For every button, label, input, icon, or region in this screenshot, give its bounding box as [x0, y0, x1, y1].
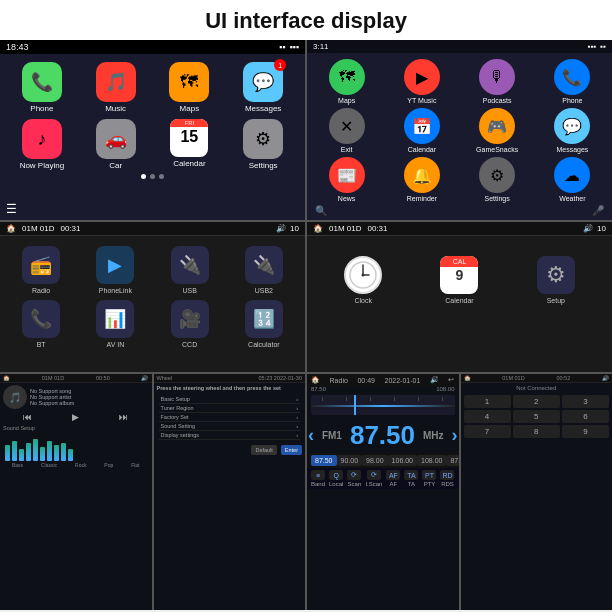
- preset-3[interactable]: 98.00: [362, 455, 388, 466]
- af-icon: AF: [386, 470, 400, 480]
- enter-button[interactable]: Enter: [281, 445, 302, 455]
- eq-label-pop: Pop: [104, 462, 113, 468]
- radio-btn-pty[interactable]: PT PTY: [422, 470, 436, 487]
- radio-btn-ta[interactable]: TA TA: [404, 470, 418, 487]
- iscan-icon: ⟳: [367, 470, 381, 480]
- preset-6[interactable]: 87.50: [446, 455, 458, 466]
- carplay-app-nowplaying[interactable]: ♪ Now Playing: [8, 119, 76, 170]
- carplay-app-settings[interactable]: ⚙ Settings: [229, 119, 297, 170]
- hu-app-radio[interactable]: 📻 Radio: [6, 246, 76, 294]
- android-app-phone[interactable]: 📞 Phone: [537, 59, 608, 104]
- preset-4[interactable]: 106.00: [388, 455, 417, 466]
- preset-5[interactable]: 108.00: [417, 455, 446, 466]
- numpad-1[interactable]: 1: [464, 395, 511, 408]
- carplay-signal-icon: ▪▪▪: [289, 42, 299, 52]
- radio-prev-button[interactable]: ‹: [308, 425, 314, 446]
- numpad-8[interactable]: 8: [513, 425, 560, 438]
- hu-home-icon[interactable]: 🏠: [6, 224, 16, 233]
- settings-item-display[interactable]: Display settings ›: [159, 431, 301, 440]
- screenshot-grid: 18:43 ▪▪ ▪▪▪ 📞 Phone 🎵 Music 🗺 Maps: [0, 40, 612, 610]
- settings-item-basic[interactable]: Basic Setup ›: [159, 395, 301, 404]
- radio-next-button[interactable]: ›: [452, 425, 458, 446]
- radio-btn-band[interactable]: ≡ Band: [311, 470, 325, 487]
- carplay-app-maps[interactable]: 🗺 Maps: [156, 62, 224, 113]
- hu-app-setup[interactable]: ⚙ Setup: [510, 256, 602, 304]
- android-app-maps[interactable]: 🗺 Maps: [311, 59, 382, 104]
- default-button[interactable]: Default: [251, 445, 276, 455]
- numpad-7[interactable]: 7: [464, 425, 511, 438]
- panel-hu-clock: 🏠 01M 01D 00:31 🔊 10 Clock: [307, 222, 612, 372]
- hu-app-avin[interactable]: 📊 AV IN: [80, 300, 150, 348]
- nowplaying-icon: ♪: [22, 119, 62, 159]
- eq-bar-5: [33, 439, 38, 461]
- carplay-wifi-icon: ▪▪: [279, 42, 285, 52]
- hu-app-bt[interactable]: 📞 BT: [6, 300, 76, 348]
- radio-btn-iscan[interactable]: ⟳ I.Scan: [365, 470, 382, 487]
- hu-app-calendar-2[interactable]: CAL 9 Calendar: [413, 256, 505, 304]
- hu-usb2-icon: 🔌: [245, 246, 283, 284]
- af-label: AF: [390, 481, 398, 487]
- hu-clock-home-icon[interactable]: 🏠: [313, 224, 323, 233]
- hu-app-ccd[interactable]: 🎥 CCD: [155, 300, 225, 348]
- radio-btn-af[interactable]: AF AF: [386, 470, 400, 487]
- hu-main-app-grid: 📻 Radio ▶ PhoneLink 🔌 USB 🔌 USB2: [0, 236, 305, 300]
- carplay-maps-label: Maps: [180, 104, 200, 113]
- radio-btn-rds[interactable]: RD RDS: [440, 470, 454, 487]
- carplay-app-car[interactable]: 🚗 Car: [82, 119, 150, 170]
- car-label: Car: [109, 161, 122, 170]
- android-app-calendar[interactable]: 📅 Calendar: [386, 108, 457, 153]
- panel-hu-main: 🏠 01M 01D 00:31 🔊 10 📻 Radio ▶ PhoneLink…: [0, 222, 305, 372]
- radio-ticks: [311, 397, 455, 401]
- android-app-exit[interactable]: ✕ Exit: [311, 108, 382, 153]
- radio-home-icon[interactable]: 🏠: [311, 376, 320, 384]
- radio-back-icon[interactable]: ↩: [448, 376, 454, 384]
- hu-app-phonelink[interactable]: ▶ PhoneLink: [80, 246, 150, 294]
- eq-label-flat: Flat: [131, 462, 139, 468]
- android-app-weather[interactable]: ☁ Weather: [537, 157, 608, 202]
- android-app-ytmusic[interactable]: ▶ YT Music: [386, 59, 457, 104]
- hu-app-calculator[interactable]: 🔢 Calculator: [229, 300, 299, 348]
- hu-app-usb2[interactable]: 🔌 USB2: [229, 246, 299, 294]
- numpad-4[interactable]: 4: [464, 410, 511, 423]
- numpad-9[interactable]: 9: [562, 425, 609, 438]
- eq-label-classic: Classic: [41, 462, 57, 468]
- android-app-reminder[interactable]: 🔔 Reminder: [386, 157, 457, 202]
- preset-1[interactable]: 87.50: [311, 455, 337, 466]
- settings-item-tuner[interactable]: Tuner Region ›: [159, 404, 301, 413]
- android-app-messages[interactable]: 💬 Messages: [537, 108, 608, 153]
- carplay-app-calendar[interactable]: FRI 15 Calendar: [156, 119, 224, 170]
- android-app-settings[interactable]: ⚙ Settings: [462, 157, 533, 202]
- settings-item-sound[interactable]: Sound Setting ›: [159, 422, 301, 431]
- carplay-app-messages[interactable]: 💬 1 Messages: [229, 62, 297, 113]
- android-app-news[interactable]: 📰 News: [311, 157, 382, 202]
- maps-icon: 🗺: [169, 62, 209, 102]
- numpad-3[interactable]: 3: [562, 395, 609, 408]
- dot-1: [141, 174, 146, 179]
- play-button[interactable]: ▶: [72, 412, 79, 422]
- hu-app-usb[interactable]: 🔌 USB: [155, 246, 225, 294]
- bp-settings-body: Press the steering wheel and then press …: [154, 383, 306, 457]
- radio-btn-scan[interactable]: ⟳ Scan: [347, 470, 361, 487]
- numpad-6[interactable]: 6: [562, 410, 609, 423]
- android-app-gamesnacks[interactable]: 🎮 GameSnacks: [462, 108, 533, 153]
- numpad-5[interactable]: 5: [513, 410, 560, 423]
- android-app-podcasts[interactable]: 🎙 Podcasts: [462, 59, 533, 104]
- next-button[interactable]: ⏭: [119, 412, 128, 422]
- carplay-app-music[interactable]: 🎵 Music: [82, 62, 150, 113]
- numpad-2[interactable]: 2: [513, 395, 560, 408]
- settings-item-factory[interactable]: Factory Set ›: [159, 413, 301, 422]
- hu-app-clock[interactable]: Clock: [317, 256, 409, 304]
- radio-main-display: ‹ FM1 87.50 MHz ›: [307, 418, 459, 453]
- radio-btn-local[interactable]: Q Local: [329, 470, 343, 487]
- carplay-app-phone[interactable]: 📞 Phone: [8, 62, 76, 113]
- bottom-panel-settings: Wheel 05:23 2022-01-30 Press the steerin…: [154, 374, 306, 610]
- preset-2[interactable]: 90.00: [337, 455, 363, 466]
- hu-status-left: 🏠 01M 01D 00:31: [6, 224, 81, 233]
- page-title: UI interface display: [0, 0, 612, 40]
- hamburger-icon[interactable]: ☰: [6, 202, 17, 216]
- hu-clock-date: 01M 01D: [329, 224, 361, 233]
- radio-main-freq-value: 87.50: [350, 420, 415, 451]
- android-weather-icon: ☁: [554, 157, 590, 193]
- prev-button[interactable]: ⏮: [23, 412, 32, 422]
- android-podcasts-icon: 🎙: [479, 59, 515, 95]
